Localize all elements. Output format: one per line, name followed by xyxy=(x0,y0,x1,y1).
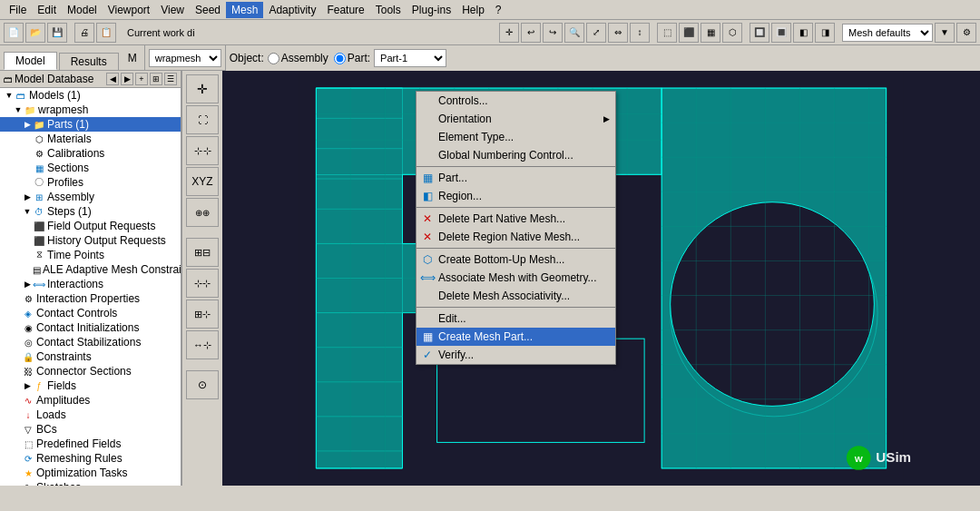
radio-part-input[interactable] xyxy=(334,53,346,64)
vt-btn4[interactable]: XYZ xyxy=(186,167,219,196)
vt-btn9[interactable]: ↔⊹ xyxy=(186,330,219,359)
vt-btn5[interactable]: ⊕⊕ xyxy=(186,198,219,227)
tree-materials[interactable]: ⬡ Materials xyxy=(0,132,181,146)
tree-history-output[interactable]: ⬛ History Output Requests xyxy=(0,233,181,248)
menu-delete-region-native[interactable]: ✕ Delete Region Native Mesh... xyxy=(416,228,615,246)
tb-r15[interactable]: ◨ xyxy=(815,23,835,43)
tree-constraints[interactable]: 🔒 Constraints xyxy=(0,349,181,364)
menu-seed[interactable]: Seed xyxy=(190,2,226,18)
menu-viewport[interactable]: Viewport xyxy=(103,2,155,18)
vt-btn7[interactable]: ⊹⊹ xyxy=(186,269,219,298)
tb-r16[interactable]: ▼ xyxy=(935,23,955,43)
tree-parts[interactable]: ▶ 📁 Parts (1) xyxy=(0,117,181,132)
tree-predef[interactable]: ⬚ Predefined Fields xyxy=(0,437,181,451)
menu-help[interactable]: Help xyxy=(456,2,490,18)
menu-global-numbering[interactable]: Global Numbering Control... xyxy=(416,146,615,164)
tb-r1[interactable]: ✛ xyxy=(499,23,519,43)
sidebar-expand[interactable]: ⊞ xyxy=(150,73,162,85)
open-btn[interactable]: 📂 xyxy=(25,23,45,43)
tree-profiles[interactable]: 〇 Profiles xyxy=(0,175,181,190)
tree-contact-init[interactable]: ◉ Contact Initializations xyxy=(0,320,181,335)
menu-element-type[interactable]: Element Type... xyxy=(416,128,615,146)
tb-r3[interactable]: ↪ xyxy=(543,23,563,43)
tb-r6[interactable]: ⇔ xyxy=(608,23,628,43)
tree-calibrations[interactable]: ⚙ Calibrations xyxy=(0,146,181,161)
print2-btn[interactable]: 📋 xyxy=(96,23,116,43)
menu-edit[interactable]: Edit xyxy=(32,2,62,18)
tree-connector[interactable]: ⛓ Connector Sections xyxy=(0,364,181,378)
tb-r7[interactable]: ↕ xyxy=(630,23,650,43)
tree-sketches[interactable]: ✎ Sketches xyxy=(0,480,181,486)
tree-optim[interactable]: ★ Optimization Tasks xyxy=(0,466,181,480)
tree-time-points[interactable]: ⧖ Time Points xyxy=(0,248,181,262)
menu-model[interactable]: Model xyxy=(62,2,103,18)
tb-r8[interactable]: ⬚ xyxy=(657,23,677,43)
save-btn[interactable]: 💾 xyxy=(47,23,67,43)
vt-btn6[interactable]: ⊞⊟ xyxy=(186,238,219,267)
menu-plugins[interactable]: Plug-ins xyxy=(407,2,456,18)
menu-region[interactable]: ◧ Region... xyxy=(416,187,615,205)
menu-view[interactable]: View xyxy=(155,2,190,18)
menu-tools[interactable]: Tools xyxy=(370,2,407,18)
menu-adaptivity[interactable]: Adaptivity xyxy=(263,2,321,18)
tree-assembly[interactable]: ▶ ⊞ Assembly xyxy=(0,190,181,204)
tab-results[interactable]: Results xyxy=(59,53,119,70)
menu-delete-part-native[interactable]: ✕ Delete Part Native Mesh... xyxy=(416,210,615,228)
tb-r10[interactable]: ▦ xyxy=(701,23,720,43)
new-btn[interactable]: 📄 xyxy=(4,23,24,43)
tree-sections[interactable]: ▦ Sections xyxy=(0,161,181,175)
radio-part[interactable]: Part: xyxy=(334,52,370,64)
sidebar-nav1[interactable]: ◀ xyxy=(106,73,119,85)
tree-interactions[interactable]: ▶ ⟺ Interactions xyxy=(0,277,181,291)
menu-controls[interactable]: Controls... xyxy=(416,92,615,110)
vt-btn1[interactable]: ✛ xyxy=(186,74,219,103)
menu-associate[interactable]: ⟺ Associate Mesh with Geometry... xyxy=(416,269,615,287)
vt-btn8[interactable]: ⊞⊹ xyxy=(186,300,219,329)
tb-r14[interactable]: ◧ xyxy=(793,23,813,43)
vt-btn2[interactable]: ⛶ xyxy=(186,105,219,134)
part-select[interactable]: Part-1 xyxy=(374,49,446,67)
module-select[interactable]: wrapmesh xyxy=(149,49,221,67)
tree-int-props[interactable]: ⚙ Interaction Properties xyxy=(0,291,181,306)
menu-create-mesh-part[interactable]: ▦ Create Mesh Part... xyxy=(416,328,615,346)
radio-assembly[interactable]: Assembly xyxy=(268,52,328,64)
tree-field-output[interactable]: ⬛ Field Output Requests xyxy=(0,219,181,233)
menu-mesh[interactable]: Mesh xyxy=(226,2,263,18)
tb-r17[interactable]: ⚙ xyxy=(956,23,976,43)
tree-bcs[interactable]: ▽ BCs xyxy=(0,422,181,437)
mesh-dropdown[interactable]: Controls... Orientation ▶ Element Type..… xyxy=(416,91,616,365)
tb-r12[interactable]: 🔲 xyxy=(750,23,769,43)
menu-part[interactable]: ▦ Part... xyxy=(416,169,615,187)
tree-contact-controls[interactable]: ◈ Contact Controls xyxy=(0,306,181,320)
radio-assembly-input[interactable] xyxy=(268,53,279,64)
tb-r5[interactable]: ⤢ xyxy=(586,23,606,43)
vt-btn10[interactable]: ⊙ xyxy=(186,370,219,399)
tb-r11[interactable]: ⬡ xyxy=(722,23,742,43)
tree-ale[interactable]: ▤ ALE Adaptive Mesh Constrai xyxy=(0,262,181,277)
menu-orientation[interactable]: Orientation ▶ xyxy=(416,110,615,128)
menu-delete-assoc[interactable]: Delete Mesh Associativity... xyxy=(416,287,615,305)
vt-btn3[interactable]: ⊹⊹ xyxy=(186,136,219,165)
tree-loads[interactable]: ↓ Loads xyxy=(0,408,181,422)
tree-contact-stab[interactable]: ◎ Contact Stabilizations xyxy=(0,335,181,349)
menu-question[interactable]: ? xyxy=(490,2,507,18)
mesh-defaults-select[interactable]: Mesh defaults xyxy=(842,24,933,42)
menu-feature[interactable]: Feature xyxy=(321,2,369,18)
tree-amplitudes[interactable]: ∿ Amplitudes xyxy=(0,393,181,408)
tree-models[interactable]: ▼ 🗃 Models (1) xyxy=(0,88,181,103)
tree-steps[interactable]: ▼ ⏱ Steps (1) xyxy=(0,204,181,219)
tree-remesh[interactable]: ⟳ Remeshing Rules xyxy=(0,451,181,466)
tb-r9[interactable]: ⬛ xyxy=(679,23,699,43)
menu-verify[interactable]: ✓ Verify... xyxy=(416,346,615,364)
tb-r4[interactable]: 🔍 xyxy=(564,23,584,43)
tree-fields[interactable]: ▶ ƒ Fields xyxy=(0,378,181,393)
menu-bottom-up[interactable]: ⬡ Create Bottom-Up Mesh... xyxy=(416,251,615,269)
print-btn[interactable]: 🖨 xyxy=(74,23,94,43)
tb-r2[interactable]: ↩ xyxy=(521,23,541,43)
sidebar-more[interactable]: ☰ xyxy=(164,73,177,85)
sidebar-nav3[interactable]: + xyxy=(135,73,148,85)
tab-model[interactable]: Model xyxy=(4,52,57,70)
menu-edit[interactable]: Edit... xyxy=(416,310,615,328)
tb-r13[interactable]: 🔳 xyxy=(771,23,791,43)
menu-file[interactable]: File xyxy=(4,2,32,18)
